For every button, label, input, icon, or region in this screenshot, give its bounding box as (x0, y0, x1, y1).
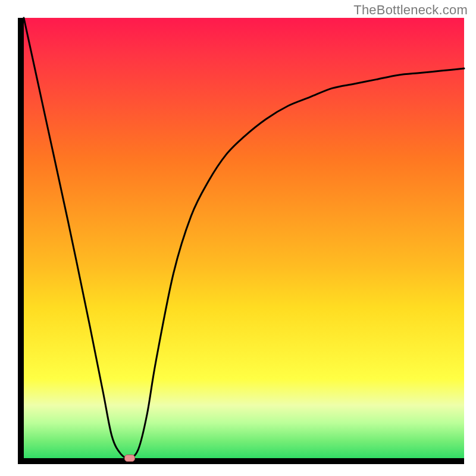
curve-svg (24, 18, 464, 458)
plot-area (18, 18, 464, 464)
watermark-text: TheBottleneck.com (353, 2, 468, 18)
bottleneck-curve (24, 18, 464, 458)
optimal-point-marker (124, 455, 135, 462)
chart-container: TheBottleneck.com (0, 0, 476, 476)
